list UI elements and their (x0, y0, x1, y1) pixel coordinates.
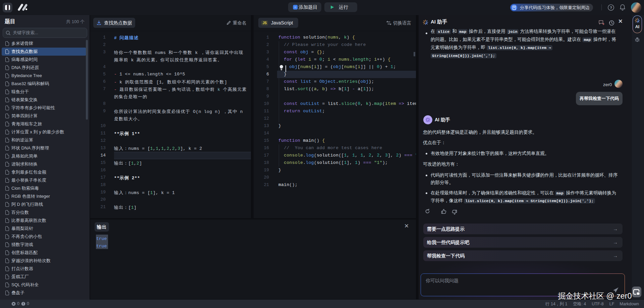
svg-text:?: ? (610, 6, 612, 10)
